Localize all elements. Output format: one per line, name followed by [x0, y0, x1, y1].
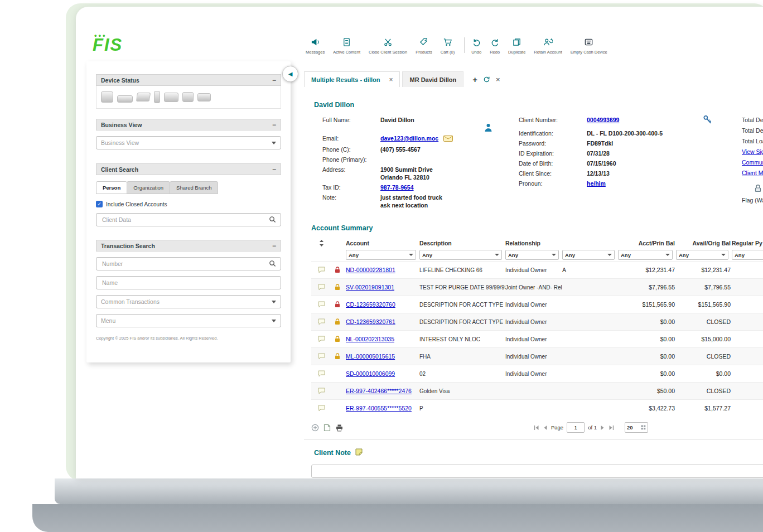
transaction-name-field[interactable] — [96, 276, 281, 289]
account-link[interactable]: ML-000005015615 — [346, 353, 419, 360]
close-client-session-button[interactable]: Close Client Session — [369, 37, 407, 55]
account-link[interactable]: NL-000202313035 — [346, 336, 419, 342]
collapse-minus-icon[interactable]: − — [272, 242, 276, 250]
filter-regular-select[interactable]: Any — [732, 250, 763, 260]
first-page-icon[interactable] — [533, 425, 539, 431]
undo-button[interactable]: Undo — [471, 37, 481, 55]
sticky-note-icon[interactable] — [355, 448, 363, 458]
table-row[interactable]: CD-123659320761 DESCRIPTION FOR ACCT TYP… — [311, 313, 763, 330]
messages-button[interactable]: Messages — [306, 37, 325, 55]
tab-organization[interactable]: Organization — [127, 181, 170, 194]
collapse-minus-icon[interactable]: − — [272, 76, 276, 84]
filter-account-select[interactable]: Any — [346, 250, 416, 260]
account-link[interactable]: ER-997-400555*****5520 — [346, 405, 419, 412]
include-closed-checkbox[interactable]: ✓ — [96, 201, 103, 207]
filter-avail-orig-select[interactable]: Any — [676, 250, 728, 260]
note-bubble-icon[interactable] — [311, 370, 331, 377]
prev-page-icon[interactable] — [543, 425, 548, 431]
filter-relationship-select[interactable]: Any — [505, 250, 559, 260]
column-header-acct-prin[interactable]: Acct/Prin Bal — [618, 240, 676, 246]
table-row[interactable]: ER-997-400555*****5520 P $3,422.73 $1,57… — [311, 399, 763, 417]
account-link[interactable]: ER-997-402466*****2476 — [346, 388, 419, 394]
table-row[interactable]: ND-000002281801 LIFELINE CHECKING 66 Ind… — [311, 261, 763, 278]
table-row[interactable]: SD-000010006099 02 Individual Owner $0.0… — [311, 365, 763, 382]
note-bubble-icon[interactable] — [311, 318, 331, 325]
note-bubble-icon[interactable] — [311, 336, 331, 342]
column-header-avail-orig[interactable]: Avail/Orig Bal — [676, 240, 732, 246]
client-data-search[interactable] — [96, 213, 281, 226]
last-page-icon[interactable] — [609, 425, 615, 431]
table-row[interactable]: NL-000202313035 INTEREST ONLY NLOC Indiv… — [311, 330, 763, 347]
business-view-select[interactable]: Business View — [96, 136, 281, 149]
view-signature-link[interactable]: View Sign — [742, 148, 763, 155]
next-page-icon[interactable] — [600, 425, 605, 431]
note-bubble-icon[interactable] — [311, 353, 331, 360]
tax-id-link[interactable]: 987-78-9654 — [380, 184, 414, 191]
device-status-header[interactable]: Device Status − — [96, 74, 281, 86]
cart-button[interactable]: Cart (0) — [441, 37, 455, 55]
client-number-link[interactable]: 0004993699 — [587, 117, 619, 123]
transaction-search-header[interactable]: Transaction Search − — [96, 240, 281, 252]
products-button[interactable]: Products — [416, 37, 432, 55]
tab-person[interactable]: Person — [96, 181, 127, 194]
active-content-button[interactable]: Active Content — [333, 37, 360, 55]
search-icon[interactable] — [269, 216, 276, 224]
table-row[interactable]: SV-002019091301 TEST FOR PURGE DATE 99/9… — [311, 278, 763, 296]
export-icon[interactable] — [323, 424, 331, 432]
account-link[interactable]: CD-123659320761 — [346, 318, 419, 325]
column-header-description[interactable]: Description — [419, 240, 505, 246]
note-bubble-icon[interactable] — [311, 284, 331, 291]
client-data-input[interactable] — [101, 216, 269, 224]
client-maintenance-link[interactable]: Client Ma — [742, 170, 763, 176]
tab-shared-branch[interactable]: Shared Branch — [170, 181, 218, 194]
page-size-select[interactable]: 20 — [625, 422, 648, 433]
refresh-icon[interactable] — [483, 76, 490, 83]
note-bubble-icon[interactable] — [311, 388, 331, 394]
retain-account-button[interactable]: Retain Account — [534, 37, 562, 55]
transaction-name-input[interactable] — [101, 279, 276, 287]
transaction-number-field[interactable] — [96, 257, 281, 270]
envelope-icon[interactable] — [443, 136, 453, 143]
page-number-input[interactable] — [567, 422, 585, 433]
empty-cash-device-button[interactable]: Empty Cash Device — [571, 37, 607, 55]
business-view-header[interactable]: Business View − — [96, 119, 281, 130]
table-row[interactable]: CD-123659320760 DESCRIPTION FOR ACCT TYP… — [311, 296, 763, 313]
redo-button[interactable]: Redo — [490, 37, 500, 55]
pronoun-link[interactable]: he/him — [587, 180, 606, 187]
print-icon[interactable] — [335, 424, 344, 432]
search-icon[interactable] — [269, 260, 276, 268]
key-icon[interactable] — [702, 115, 713, 128]
communication-link[interactable]: Communi — [742, 159, 763, 166]
add-circle-icon[interactable] — [311, 424, 319, 432]
tab-client-session[interactable]: MR David Dillon — [402, 71, 463, 87]
account-link[interactable]: ND-000002281801 — [346, 267, 419, 273]
close-tab-icon[interactable]: × — [389, 76, 393, 84]
filter-description-select[interactable]: Any — [419, 250, 502, 260]
sort-icon[interactable] — [311, 240, 331, 246]
column-header-relationship[interactable]: Relationship — [505, 240, 562, 246]
note-bubble-icon[interactable] — [311, 301, 331, 308]
filter-acct-prin-select[interactable]: Any — [618, 250, 673, 260]
table-row[interactable]: ER-997-402466*****2476 Golden Visa $50.0… — [311, 382, 763, 399]
account-link[interactable]: SV-002019091301 — [346, 284, 419, 291]
client-search-header[interactable]: Client Search − — [96, 163, 281, 175]
tab-multiple-results[interactable]: Multiple Results - dillon × — [304, 71, 400, 87]
add-tab-icon[interactable]: + — [472, 75, 477, 84]
sidebar-collapse-button[interactable]: ◀ — [282, 66, 298, 82]
client-person-icon[interactable] — [484, 123, 492, 134]
common-transactions-select[interactable]: Common Transactions — [96, 295, 281, 308]
account-link[interactable]: SD-000010006099 — [346, 370, 419, 377]
email-link[interactable]: dave123@dillon.moc — [380, 135, 438, 142]
note-bubble-icon[interactable] — [311, 405, 331, 412]
lock-icon[interactable] — [754, 184, 762, 195]
account-link[interactable]: CD-123659320760 — [346, 301, 419, 308]
filter-extra-select[interactable]: Any — [562, 250, 615, 260]
note-bubble-icon[interactable] — [311, 267, 331, 273]
column-header-account[interactable]: Account — [346, 240, 419, 246]
collapse-minus-icon[interactable]: − — [272, 121, 276, 129]
menu-select[interactable]: Menu — [96, 314, 281, 327]
collapse-minus-icon[interactable]: − — [272, 166, 276, 173]
client-note-input[interactable] — [311, 465, 763, 478]
close-all-icon[interactable]: × — [496, 75, 500, 84]
transaction-number-input[interactable] — [101, 260, 269, 268]
